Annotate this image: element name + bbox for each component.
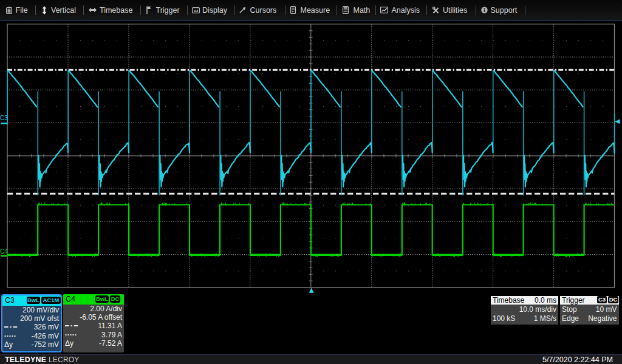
- svg-text:C4: C4: [0, 248, 8, 255]
- svg-text:C3: C3: [0, 115, 8, 121]
